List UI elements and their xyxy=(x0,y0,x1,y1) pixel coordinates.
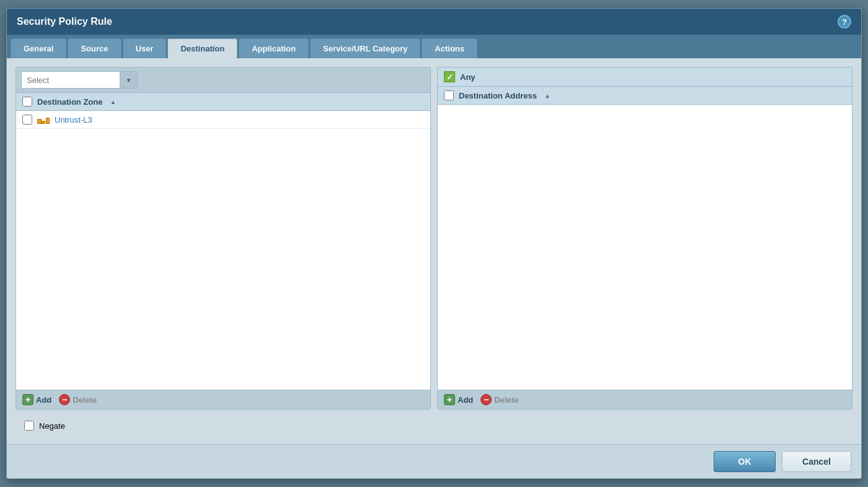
zone-footer: + Add − Delete xyxy=(16,390,430,409)
zone-toolbar xyxy=(16,68,430,93)
address-footer: + Add − Delete xyxy=(438,390,852,409)
zone-sort-arrow[interactable]: ▲ xyxy=(110,99,116,105)
delete-icon: − xyxy=(59,394,70,405)
negate-checkbox[interactable] xyxy=(24,421,34,431)
tab-destination[interactable]: Destination xyxy=(167,38,237,59)
dialog-header: Security Policy Rule ? xyxy=(7,9,861,35)
tab-service-url[interactable]: Service/URL Category xyxy=(310,38,420,58)
address-add-button[interactable]: + Add xyxy=(444,394,473,405)
address-column-label: Destination Address xyxy=(459,91,537,100)
zone-list: Untrust-L3 xyxy=(16,111,430,390)
address-table-header: Destination Address ▲ xyxy=(438,87,852,105)
dropdown-button[interactable] xyxy=(120,71,138,89)
negate-row: Negate xyxy=(16,416,852,436)
zone-delete-label: Delete xyxy=(73,395,97,405)
zone-delete-button[interactable]: − Delete xyxy=(59,394,97,405)
zone-graphic-icon xyxy=(37,115,50,124)
destination-zone-panel: Destination Zone ▲ Untrust-L3 xyxy=(16,67,431,410)
zone-item-link[interactable]: Untrust-L3 xyxy=(55,115,92,125)
table-row: Untrust-L3 xyxy=(16,111,430,129)
zone-icon xyxy=(37,115,50,124)
address-delete-button[interactable]: − Delete xyxy=(480,394,518,405)
zone-add-label: Add xyxy=(36,395,51,405)
address-select-all-checkbox[interactable] xyxy=(444,90,454,100)
panels-row: Destination Zone ▲ Untrust-L3 xyxy=(16,67,852,410)
ok-button[interactable]: OK xyxy=(714,451,776,472)
address-add-icon: + xyxy=(444,394,455,405)
destination-address-panel: Any Destination Address ▲ + Add − xyxy=(437,67,852,410)
tab-general[interactable]: General xyxy=(11,38,66,58)
address-list xyxy=(438,105,852,390)
address-delete-icon: − xyxy=(480,394,492,405)
address-delete-label: Delete xyxy=(494,395,518,405)
any-row: Any xyxy=(438,68,852,87)
tab-bar: General Source User Destination Applicat… xyxy=(7,35,861,58)
any-label: Any xyxy=(460,72,476,82)
any-checkbox[interactable] xyxy=(444,71,455,82)
address-sort-arrow[interactable]: ▲ xyxy=(544,92,551,99)
dialog-body: Destination Zone ▲ Untrust-L3 xyxy=(7,58,861,444)
tab-actions[interactable]: Actions xyxy=(422,38,477,58)
tab-user[interactable]: User xyxy=(123,38,167,58)
help-icon[interactable]: ? xyxy=(838,15,851,29)
select-input[interactable] xyxy=(21,71,120,89)
zone-column-label: Destination Zone xyxy=(37,97,102,107)
security-policy-rule-dialog: Security Policy Rule ? General Source Us… xyxy=(6,8,862,479)
zone-table-header: Destination Zone ▲ xyxy=(16,93,430,111)
tab-source[interactable]: Source xyxy=(68,38,121,58)
zone-row-checkbox[interactable] xyxy=(22,115,32,125)
tab-application[interactable]: Application xyxy=(239,38,309,58)
zone-add-button[interactable]: + Add xyxy=(22,394,51,405)
add-icon: + xyxy=(22,394,33,405)
select-dropdown-container xyxy=(21,71,138,89)
cancel-button[interactable]: Cancel xyxy=(782,451,851,472)
negate-label: Negate xyxy=(39,421,65,431)
dialog-footer: OK Cancel xyxy=(7,444,861,478)
dialog-title: Security Policy Rule xyxy=(17,16,112,27)
address-add-label: Add xyxy=(458,395,473,405)
zone-select-all-checkbox[interactable] xyxy=(22,97,32,107)
